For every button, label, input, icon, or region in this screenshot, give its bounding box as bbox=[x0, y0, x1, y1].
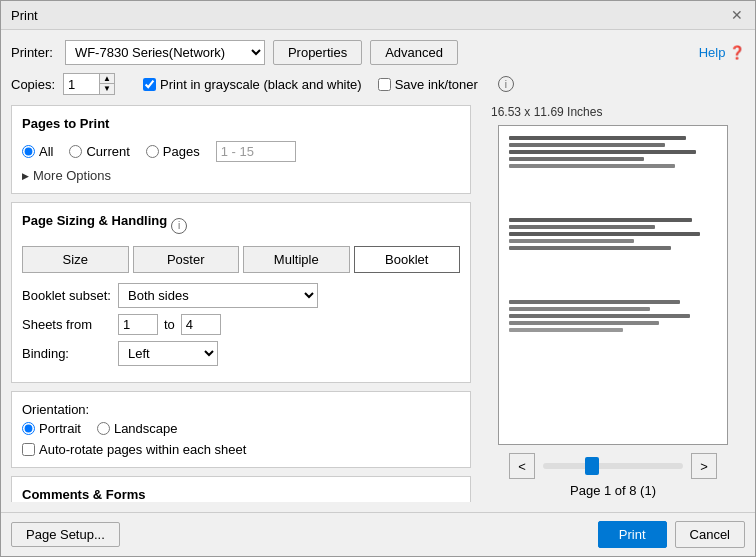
current-radio-label[interactable]: Current bbox=[69, 144, 129, 159]
preview-content bbox=[499, 126, 727, 444]
print-dialog: Print ✕ Printer: WF-7830 Series(Network)… bbox=[0, 0, 756, 557]
line-group-2 bbox=[509, 218, 717, 250]
mode-buttons: Size Poster Multiple Booklet bbox=[22, 246, 460, 273]
pages-radio[interactable] bbox=[146, 145, 159, 158]
grayscale-label: Print in grayscale (black and white) bbox=[160, 77, 362, 92]
pages-radio-label[interactable]: Pages bbox=[146, 144, 200, 159]
preview-box bbox=[498, 125, 728, 445]
spacer2 bbox=[509, 270, 717, 300]
page-label: Page 1 of 8 (1) bbox=[570, 483, 656, 498]
bottom-right: Print Cancel bbox=[598, 521, 745, 548]
booklet-subset-label: Booklet subset: bbox=[22, 288, 112, 303]
bottom-bar: Page Setup... Print Cancel bbox=[1, 512, 755, 556]
help-link[interactable]: Help ❓ bbox=[699, 45, 745, 60]
preview-size-label: 16.53 x 11.69 Inches bbox=[491, 105, 602, 119]
grayscale-checkbox[interactable] bbox=[143, 78, 156, 91]
booklet-subset-select[interactable]: Both sides Front side only Back side onl… bbox=[118, 283, 318, 308]
pages-range-input[interactable] bbox=[216, 141, 296, 162]
doc-line bbox=[509, 232, 700, 236]
landscape-radio-label[interactable]: Landscape bbox=[97, 421, 178, 436]
orientation-radio-group: Portrait Landscape bbox=[22, 421, 460, 436]
copies-input-wrap: ▲ ▼ bbox=[63, 73, 115, 95]
printer-select[interactable]: WF-7830 Series(Network) bbox=[65, 40, 265, 65]
doc-line bbox=[509, 246, 671, 250]
doc-line bbox=[509, 157, 644, 161]
orientation-title: Orientation: bbox=[22, 402, 89, 419]
save-ink-checkbox[interactable] bbox=[378, 78, 391, 91]
advanced-button[interactable]: Advanced bbox=[370, 40, 458, 65]
copies-down-button[interactable]: ▼ bbox=[100, 84, 114, 94]
save-ink-checkbox-label[interactable]: Save ink/toner bbox=[378, 77, 478, 92]
comments-title: Comments & Forms bbox=[22, 487, 146, 502]
doc-line bbox=[509, 239, 634, 243]
sheets-from-input[interactable] bbox=[118, 314, 158, 335]
binding-select[interactable]: Left Right Top bbox=[118, 341, 218, 366]
printer-row: Printer: WF-7830 Series(Network) Propert… bbox=[11, 40, 745, 65]
current-radio[interactable] bbox=[69, 145, 82, 158]
doc-line bbox=[509, 218, 692, 222]
doc-line bbox=[509, 300, 680, 304]
close-button[interactable]: ✕ bbox=[729, 7, 745, 23]
sheets-to-input[interactable] bbox=[181, 314, 221, 335]
doc-lines bbox=[509, 136, 717, 352]
all-radio[interactable] bbox=[22, 145, 35, 158]
multiple-button[interactable]: Multiple bbox=[243, 246, 350, 273]
print-button[interactable]: Print bbox=[598, 521, 667, 548]
next-page-button[interactable]: > bbox=[691, 453, 717, 479]
poster-button[interactable]: Poster bbox=[133, 246, 240, 273]
copies-spinner: ▲ ▼ bbox=[99, 74, 114, 94]
sheets-from-row: Sheets from to bbox=[22, 314, 460, 335]
more-options[interactable]: ▶ More Options bbox=[22, 168, 460, 183]
page-setup-button[interactable]: Page Setup... bbox=[11, 522, 120, 547]
triangle-icon: ▶ bbox=[22, 171, 29, 181]
save-ink-label: Save ink/toner bbox=[395, 77, 478, 92]
copies-label: Copies: bbox=[11, 77, 55, 92]
auto-rotate-label[interactable]: Auto-rotate pages within each sheet bbox=[22, 442, 460, 457]
title-bar: Print ✕ bbox=[1, 1, 755, 30]
body-area: Pages to Print All Current Pages bbox=[11, 105, 745, 502]
line-group-3 bbox=[509, 300, 717, 332]
right-panel: 16.53 x 11.69 Inches bbox=[481, 105, 745, 502]
pages-to-print-section: Pages to Print All Current Pages bbox=[11, 105, 471, 194]
prev-page-button[interactable]: < bbox=[509, 453, 535, 479]
doc-line bbox=[509, 143, 665, 147]
properties-button[interactable]: Properties bbox=[273, 40, 362, 65]
copies-row: Copies: ▲ ▼ Print in grayscale (black an… bbox=[11, 73, 745, 95]
window-title: Print bbox=[11, 8, 38, 23]
left-panel: Pages to Print All Current Pages bbox=[11, 105, 471, 502]
sheets-from-label: Sheets from bbox=[22, 317, 112, 332]
binding-row: Binding: Left Right Top bbox=[22, 341, 460, 366]
size-button[interactable]: Size bbox=[22, 246, 129, 273]
grayscale-checkbox-label[interactable]: Print in grayscale (black and white) bbox=[143, 77, 362, 92]
sizing-title-row: Page Sizing & Handling i bbox=[22, 213, 460, 238]
info-icon: i bbox=[498, 76, 514, 92]
comments-section: Comments & Forms Document and Markups Do… bbox=[11, 476, 471, 502]
page-slider-thumb bbox=[585, 457, 599, 475]
doc-line bbox=[509, 164, 675, 168]
page-slider-track[interactable] bbox=[543, 463, 683, 469]
spacer bbox=[509, 188, 717, 218]
all-radio-label[interactable]: All bbox=[22, 144, 53, 159]
landscape-radio[interactable] bbox=[97, 422, 110, 435]
printer-label: Printer: bbox=[11, 45, 53, 60]
portrait-radio-label[interactable]: Portrait bbox=[22, 421, 81, 436]
checkbox-group: Print in grayscale (black and white) Sav… bbox=[143, 76, 514, 92]
auto-rotate-checkbox[interactable] bbox=[22, 443, 35, 456]
booklet-button[interactable]: Booklet bbox=[354, 246, 461, 273]
sheets-to-label: to bbox=[164, 317, 175, 332]
cancel-button[interactable]: Cancel bbox=[675, 521, 745, 548]
line-group-1 bbox=[509, 136, 717, 168]
sizing-info-icon: i bbox=[171, 218, 187, 234]
doc-line bbox=[509, 321, 659, 325]
nav-row: < > bbox=[481, 453, 745, 479]
main-content: Printer: WF-7830 Series(Network) Propert… bbox=[1, 30, 755, 512]
copies-input[interactable] bbox=[64, 75, 99, 94]
copies-up-button[interactable]: ▲ bbox=[100, 74, 114, 84]
page-sizing-section: Page Sizing & Handling i Size Poster Mul… bbox=[11, 202, 471, 383]
portrait-radio[interactable] bbox=[22, 422, 35, 435]
doc-line bbox=[509, 314, 690, 318]
doc-line bbox=[509, 328, 623, 332]
doc-line bbox=[509, 225, 655, 229]
pages-radio-group: All Current Pages bbox=[22, 141, 460, 162]
sizing-title: Page Sizing & Handling bbox=[22, 213, 167, 230]
